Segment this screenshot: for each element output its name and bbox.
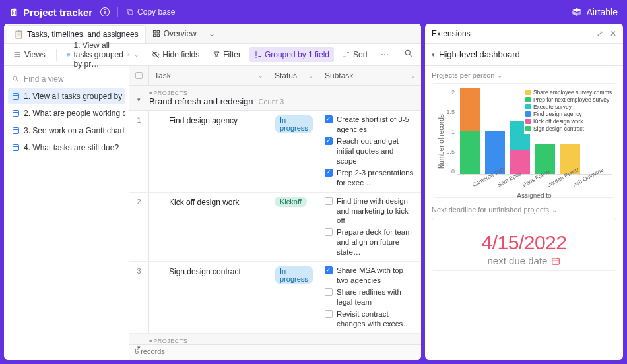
expand-icon[interactable]: ⤢ (597, 29, 603, 38)
legend-item: Prep for next employee survey (525, 96, 612, 103)
chevron-down-icon[interactable]: ⌄ (411, 73, 416, 79)
svg-rect-34 (552, 258, 560, 264)
svg-line-19 (409, 54, 411, 56)
chevron-down-icon[interactable]: ⌄ (258, 73, 263, 79)
column-subtask[interactable]: Subtask⌄ (319, 66, 421, 85)
checkbox-icon[interactable] (325, 115, 333, 123)
app-header: 🗓 Project tracker i Copy base Airtable (0, 0, 627, 24)
legend-item: Sign design contract (525, 125, 612, 132)
group-name: Brand refresh and redesign (149, 96, 253, 106)
checkbox-icon[interactable] (325, 288, 333, 296)
tab-overview[interactable]: Overview (146, 25, 203, 42)
tab-menu-chevron[interactable]: ⌄ (203, 25, 220, 42)
grid-view-icon (12, 109, 20, 117)
subtask-item[interactable]: Prepare deck for team and align on futur… (325, 228, 416, 257)
people-icon (127, 51, 131, 59)
grid-view-icon (12, 144, 20, 152)
subtask-text: Create shortlist of 3-5 agencies (337, 115, 416, 135)
group-header[interactable]: PROJECTS ▾Brand refresh and redesign Cou… (129, 86, 421, 111)
subtask-cell[interactable]: Find time with design and marketing to k… (319, 193, 421, 262)
column-task[interactable]: Task⌄ (149, 66, 269, 85)
table-body[interactable]: PROJECTS ▾Brand refresh and redesign Cou… (129, 86, 421, 344)
extensions-title: Extensions (432, 29, 471, 38)
info-icon[interactable]: i (100, 7, 110, 16)
subtask-item[interactable]: Share redlines with legal team (325, 288, 416, 307)
sidebar-view-item[interactable]: 1. View all tasks grouped by p…✓ (8, 88, 125, 104)
views-button[interactable]: Views (9, 47, 50, 62)
column-status-label: Status (275, 71, 297, 80)
more-button[interactable]: ⋯ (376, 47, 393, 62)
sort-button[interactable]: Sort (338, 47, 372, 62)
search-icon (404, 49, 413, 58)
group-button[interactable]: Grouped by 1 field (249, 47, 334, 62)
status-badge: In progress (275, 115, 314, 133)
subtask-cell[interactable]: Share MSA with top two agenciesShare red… (319, 262, 421, 333)
checkbox-icon[interactable] (325, 266, 333, 274)
brand-logo[interactable]: Airtable (571, 6, 618, 18)
task-cell[interactable]: Kick off design work (149, 193, 269, 262)
deadline-panel-label[interactable]: Next deadline for unfinished projects (432, 206, 616, 214)
svg-rect-22 (13, 94, 19, 100)
sidebar-view-item[interactable]: 2. What are people working on? (8, 106, 125, 121)
table-row[interactable]: 2 Kick off design work Kickoff Find time… (129, 193, 421, 262)
subtask-item[interactable]: Reach out and get initial quotes and sco… (325, 136, 416, 166)
subtask-item[interactable]: Share MSA with top two agencies (325, 266, 416, 286)
column-status[interactable]: Status⌄ (269, 66, 319, 85)
dashboard-picker[interactable]: ▾ High-level dashboard (425, 44, 623, 66)
search-button[interactable] (401, 46, 416, 63)
subtask-item[interactable]: Prep 2-3 presentations for exec … (325, 168, 416, 188)
copy-base-button[interactable]: Copy base (126, 7, 175, 16)
status-cell[interactable]: Kickoff (269, 193, 319, 262)
chevron-down-icon[interactable]: ⌄ (308, 73, 314, 79)
subtask-text: Share redlines with legal team (337, 288, 416, 307)
task-cell[interactable]: Find design agency (149, 111, 269, 192)
checkbox-icon[interactable] (325, 310, 333, 318)
group-count: Count 3 (259, 98, 284, 106)
checkbox-icon[interactable] (325, 228, 333, 236)
subtask-item[interactable]: Create shortlist of 3-5 agencies (325, 115, 416, 135)
filter-button[interactable]: Filter (208, 47, 246, 62)
sidebar-view-item[interactable]: 3. See work on a Gantt chart (8, 123, 125, 138)
hide-fields-button[interactable]: Hide fields (147, 47, 204, 62)
checkbox-icon[interactable] (325, 197, 333, 205)
sidebar-view-item[interactable]: 4. What tasks are still due? (8, 140, 125, 156)
chart-panel-label[interactable]: Projects per person (432, 71, 616, 79)
subtask-text: Find time with design and marketing to k… (337, 197, 416, 226)
filter-icon (213, 51, 220, 59)
group-icon (254, 51, 262, 59)
select-all-checkbox[interactable] (129, 66, 149, 85)
status-cell[interactable]: In progress (269, 111, 319, 192)
subtask-item[interactable]: Revisit contract changes with execs… (325, 309, 416, 329)
deadline-label-text: Next deadline for unfinished projects (432, 206, 549, 214)
deadline-widget: 4/15/2022 next due date (432, 218, 616, 271)
svg-rect-28 (13, 128, 19, 134)
subtask-item[interactable]: Find time with design and marketing to k… (325, 197, 416, 226)
subtask-text: Reach out and get initial quotes and sco… (337, 136, 416, 166)
close-icon[interactable]: ✕ (610, 29, 616, 38)
checkbox-icon[interactable] (325, 137, 333, 145)
status-cell[interactable]: In progress (269, 262, 319, 333)
collapse-icon[interactable]: ▾ (137, 96, 141, 103)
table-row[interactable]: 3 Sign design contract In progress Share… (129, 262, 421, 334)
subtask-cell[interactable]: Create shortlist of 3-5 agenciesReach ou… (319, 111, 421, 192)
subtask-text: Prep 2-3 presentations for exec … (337, 168, 416, 188)
svg-rect-0 (129, 11, 133, 15)
checkbox-icon[interactable] (325, 169, 333, 177)
svg-point-20 (13, 76, 17, 80)
table-row[interactable]: 1 Find design agency In progress Create … (129, 111, 421, 193)
row-number: 3 (129, 262, 149, 333)
base-emoji-icon: 🗓 (9, 7, 19, 18)
tab-tasks-label: Tasks, timelines, and assignees (27, 30, 139, 39)
sidebar-view-label: 3. See work on a Gantt chart (24, 126, 125, 135)
subtask-text: Share MSA with top two agencies (337, 266, 416, 286)
copy-icon (126, 8, 134, 16)
status-badge: Kickoff (275, 197, 307, 207)
find-view-input[interactable]: Find a view (8, 71, 125, 87)
group-header[interactable]: PROJECTS ▾Employee satisfaction survey C… (129, 334, 421, 344)
task-cell[interactable]: Sign design contract (149, 262, 269, 333)
svg-rect-15 (255, 55, 257, 57)
grid-view-icon (12, 92, 20, 100)
base-title[interactable]: 🗓 Project tracker i (9, 7, 110, 18)
svg-point-11 (128, 53, 129, 54)
bar-chart: Number of records 21.510.50 Share employ… (432, 83, 616, 198)
